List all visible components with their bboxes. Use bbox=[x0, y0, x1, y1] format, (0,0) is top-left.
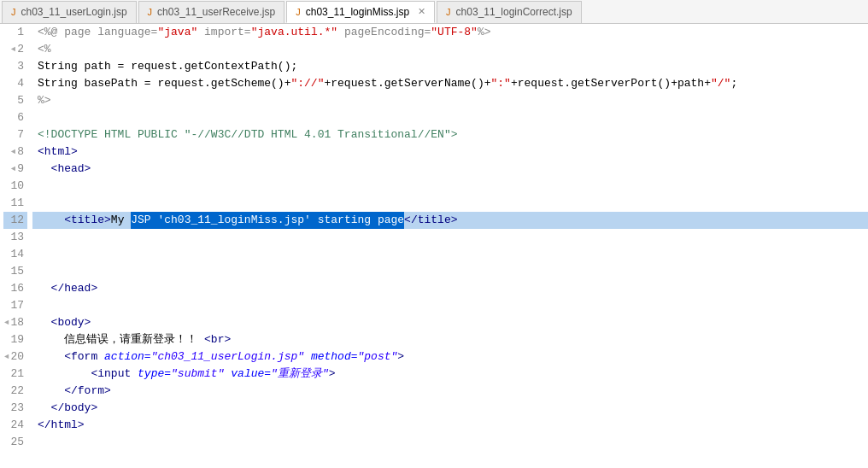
code-line-11 bbox=[32, 195, 868, 212]
code-line-25 bbox=[32, 434, 868, 451]
ln-4: 4 bbox=[3, 75, 27, 92]
tab-userlogin[interactable]: J ch03_11_userLogin.jsp bbox=[2, 1, 137, 23]
ln-14: 14 bbox=[3, 246, 27, 263]
code-line-16: </head> bbox=[32, 280, 868, 297]
code-line-24: </html> bbox=[32, 417, 868, 434]
code-line-6 bbox=[32, 109, 868, 126]
code-line-1: <%@ page language="java" import="java.ut… bbox=[32, 24, 868, 41]
ln-16: 16 bbox=[3, 280, 27, 297]
code-line-10 bbox=[32, 178, 868, 195]
tab-label-userlogin: ch03_11_userLogin.jsp bbox=[21, 6, 127, 18]
code-line-21: <input type="submit" value="重新登录"> bbox=[32, 366, 868, 383]
ln-5: 5 bbox=[3, 92, 27, 109]
ln-3: 3 bbox=[3, 58, 27, 75]
code-line-2: <% bbox=[32, 41, 868, 58]
ln-6: 6 bbox=[3, 109, 27, 126]
ln-13: 13 bbox=[3, 229, 27, 246]
code-line-3: String path = request.getContextPath(); bbox=[32, 58, 868, 75]
ln-15: 15 bbox=[3, 263, 27, 280]
ln-21: 21 bbox=[3, 366, 27, 383]
ln-20: ◄20 bbox=[3, 348, 27, 366]
code-line-22: </form> bbox=[32, 383, 868, 400]
ln-8: ◄8 bbox=[3, 143, 27, 161]
tab-loginmiss[interactable]: J ch03_11_loginMiss.jsp ✕ bbox=[286, 1, 435, 23]
ln-10: 10 bbox=[3, 178, 27, 195]
code-line-7: <!DOCTYPE HTML PUBLIC "-//W3C//DTD HTML … bbox=[32, 126, 868, 143]
ln-24: 24 bbox=[3, 417, 27, 434]
ln-11: 11 bbox=[3, 195, 27, 212]
ln-22: 22 bbox=[3, 383, 27, 400]
code-line-9: <head> bbox=[32, 161, 868, 178]
ln-25: 25 bbox=[3, 434, 27, 451]
code-line-18: <body> bbox=[32, 314, 868, 331]
tab-icon-userlogin: J bbox=[11, 7, 16, 17]
code-line-12: <title>My JSP 'ch03_11_loginMiss.jsp' st… bbox=[32, 212, 868, 229]
code-line-13 bbox=[32, 229, 868, 246]
code-content[interactable]: <%@ page language="java" import="java.ut… bbox=[32, 24, 868, 468]
code-line-17 bbox=[32, 297, 868, 314]
tab-close-loginmiss[interactable]: ✕ bbox=[418, 6, 425, 17]
tab-label-loginmiss: ch03_11_loginMiss.jsp bbox=[306, 6, 409, 18]
ln-1: 1 bbox=[3, 24, 27, 41]
tab-logincorrect[interactable]: J ch03_11_loginCorrect.jsp bbox=[437, 1, 582, 23]
ln-2: ◄2 bbox=[3, 41, 27, 58]
code-line-5: %> bbox=[32, 92, 868, 109]
tab-icon-logincorrect: J bbox=[446, 7, 451, 17]
ln-19: 19 bbox=[3, 331, 27, 348]
tab-icon-loginmiss: J bbox=[296, 7, 301, 17]
tab-userreceive[interactable]: J ch03_11_userReceive.jsp bbox=[138, 1, 285, 23]
code-line-14 bbox=[32, 246, 868, 263]
ln-12: 12 bbox=[3, 212, 27, 229]
line-numbers: 1 ◄2 3 4 5 6 7 ◄8 ◄9 10 11 12 13 14 15 1… bbox=[0, 24, 32, 468]
code-line-15 bbox=[32, 263, 868, 280]
tab-icon-userreceive: J bbox=[148, 7, 153, 17]
code-line-4: String basePath = request.getScheme()+":… bbox=[32, 75, 868, 92]
tab-label-userreceive: ch03_11_userReceive.jsp bbox=[157, 6, 275, 18]
ln-18: ◄18 bbox=[3, 314, 27, 331]
ln-17: 17 bbox=[3, 297, 27, 314]
ln-7: 7 bbox=[3, 126, 27, 143]
code-line-23: </body> bbox=[32, 400, 868, 417]
code-line-8: <html> bbox=[32, 143, 868, 161]
code-line-19: 信息错误，请重新登录！！ <br> bbox=[32, 331, 868, 348]
editor: 1 ◄2 3 4 5 6 7 ◄8 ◄9 10 11 12 13 14 15 1… bbox=[0, 24, 868, 468]
ln-23: 23 bbox=[3, 400, 27, 417]
tab-bar: J ch03_11_userLogin.jsp J ch03_11_userRe… bbox=[0, 0, 868, 24]
ln-9: ◄9 bbox=[3, 161, 27, 178]
tab-label-logincorrect: ch03_11_loginCorrect.jsp bbox=[456, 6, 572, 18]
code-line-20: <form action="ch03_11_userLogin.jsp" met… bbox=[32, 348, 868, 366]
